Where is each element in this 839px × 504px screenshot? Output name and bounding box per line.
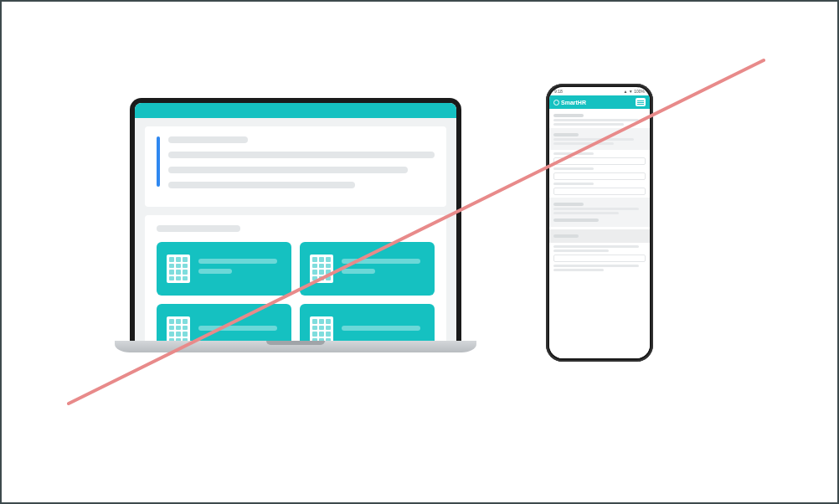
form-section bbox=[549, 128, 650, 150]
placeholder-line bbox=[553, 142, 614, 145]
phone-app-header: SmartHR bbox=[549, 95, 650, 109]
placeholder-line bbox=[553, 234, 579, 238]
card-text-placeholder bbox=[198, 259, 281, 279]
phone-content bbox=[549, 109, 650, 358]
placeholder-line bbox=[168, 136, 248, 143]
brand-logo-icon bbox=[553, 100, 559, 105]
placeholder-line bbox=[553, 138, 634, 141]
section-heading-placeholder bbox=[157, 225, 240, 232]
placeholder-line bbox=[553, 269, 604, 271]
text-input-placeholder[interactable] bbox=[553, 172, 646, 180]
placeholder-line bbox=[553, 219, 599, 222]
phone-status-bar: 9:18 ▲ ▼ 100% bbox=[549, 87, 650, 95]
laptop-app-header-bar bbox=[135, 103, 456, 118]
placeholder-line bbox=[553, 183, 594, 185]
feature-card[interactable] bbox=[157, 304, 291, 341]
placeholder-line bbox=[553, 167, 594, 170]
placeholder-line bbox=[553, 114, 584, 117]
notice-panel bbox=[145, 126, 446, 207]
notice-accent-bar bbox=[157, 136, 160, 187]
placeholder-line bbox=[342, 326, 420, 331]
phone-screen: 9:18 ▲ ▼ 100% SmartHR bbox=[549, 87, 650, 358]
laptop-mockup bbox=[115, 98, 476, 352]
text-input-placeholder[interactable] bbox=[553, 255, 646, 262]
form-section bbox=[549, 198, 650, 227]
placeholder-line bbox=[553, 203, 584, 206]
building-icon bbox=[310, 316, 333, 341]
placeholder-line bbox=[553, 119, 639, 121]
feature-card[interactable] bbox=[300, 304, 435, 341]
placeholder-line bbox=[168, 167, 408, 173]
laptop-screen bbox=[135, 103, 456, 341]
laptop-content-area bbox=[135, 118, 456, 341]
feature-card[interactable] bbox=[157, 242, 291, 296]
placeholder-line bbox=[553, 249, 609, 252]
placeholder-line bbox=[553, 265, 639, 267]
card-text-placeholder bbox=[342, 259, 425, 279]
placeholder-line bbox=[342, 269, 375, 274]
placeholder-line bbox=[553, 208, 639, 210]
building-icon bbox=[167, 255, 190, 283]
card-grid bbox=[157, 242, 435, 341]
placeholder-line bbox=[553, 152, 594, 155]
notice-text-placeholder bbox=[168, 136, 435, 197]
placeholder-line bbox=[553, 123, 624, 126]
form-footer-section bbox=[549, 229, 650, 243]
placeholder-line bbox=[168, 152, 435, 158]
brand-label: SmartHR bbox=[561, 100, 586, 105]
card-text-placeholder bbox=[342, 326, 425, 336]
placeholder-line bbox=[198, 326, 277, 331]
feature-card[interactable] bbox=[300, 242, 435, 296]
cards-panel bbox=[145, 215, 446, 341]
placeholder-line bbox=[553, 133, 579, 136]
app-brand: SmartHR bbox=[553, 100, 586, 105]
hamburger-menu-button[interactable] bbox=[636, 98, 646, 106]
status-time: 9:18 bbox=[554, 89, 563, 94]
text-input-placeholder[interactable] bbox=[553, 188, 646, 195]
laptop-bezel bbox=[130, 98, 461, 341]
placeholder-line bbox=[342, 259, 420, 264]
text-input-placeholder[interactable] bbox=[553, 157, 646, 165]
placeholder-line bbox=[198, 269, 232, 274]
placeholder-line bbox=[198, 259, 277, 264]
placeholder-line bbox=[168, 182, 355, 188]
phone-mockup: 9:18 ▲ ▼ 100% SmartHR bbox=[546, 84, 653, 362]
placeholder-line bbox=[553, 245, 639, 248]
building-icon bbox=[167, 316, 190, 341]
status-indicators: ▲ ▼ 100% bbox=[624, 89, 645, 94]
placeholder-line bbox=[553, 212, 619, 214]
building-icon bbox=[310, 255, 333, 283]
card-text-placeholder bbox=[198, 326, 281, 336]
laptop-base bbox=[115, 341, 476, 352]
